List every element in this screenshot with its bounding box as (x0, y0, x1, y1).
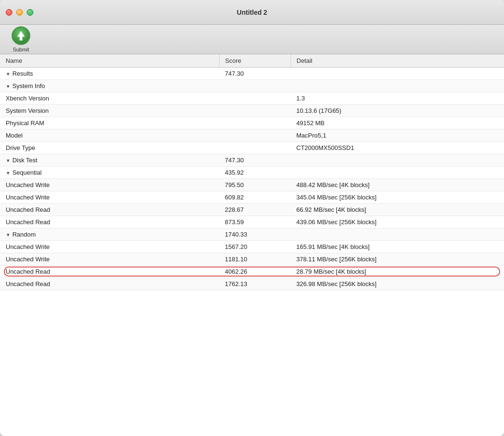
row-name: Uncached Write (0, 179, 219, 191)
row-name: ▼System Info (0, 80, 219, 92)
col-header-name: Name (0, 54, 219, 68)
row-name: System Version (0, 105, 219, 117)
row-detail (291, 228, 504, 241)
row-detail: 378.11 MB/sec [256K blocks] (291, 253, 504, 266)
row-detail: 345.04 MB/sec [256K blocks] (291, 191, 504, 204)
row-score: 747.30 (219, 68, 291, 80)
col-header-score: Score (219, 54, 291, 68)
row-score: 747.30 (219, 154, 291, 167)
row-score (219, 80, 291, 92)
row-detail: 165.91 MB/sec [4K blocks] (291, 241, 504, 253)
row-name: Uncached Read (0, 216, 219, 228)
window-title: Untitled 2 (237, 9, 267, 16)
row-score (219, 117, 291, 129)
expand-triangle[interactable]: ▼ (6, 170, 10, 176)
row-name: Uncached Read (0, 204, 219, 216)
table-row: Uncached Write1567.20165.91 MB/sec [4K b… (0, 241, 504, 253)
table-row: System Version10.13.6 (17G65) (0, 105, 504, 117)
row-name: Uncached Write (0, 241, 219, 253)
row-name: Uncached Read (0, 266, 219, 278)
row-detail: 28.79 MB/sec [4K blocks] (291, 266, 504, 278)
row-score: 1181.10 (219, 253, 291, 266)
expand-triangle[interactable]: ▼ (6, 84, 10, 89)
row-name: ▼Results (0, 68, 219, 80)
col-header-detail: Detail (291, 54, 504, 68)
row-score: 609.82 (219, 191, 291, 204)
row-name: Uncached Read (0, 278, 219, 290)
table-row: ▼Results747.30 (0, 68, 504, 80)
traffic-lights (6, 9, 33, 16)
expand-triangle[interactable]: ▼ (6, 71, 10, 77)
row-name: ▼Sequential (0, 167, 219, 179)
table-row: Uncached Write795.50488.42 MB/sec [4K bl… (0, 179, 504, 191)
table-row: Physical RAM49152 MB (0, 117, 504, 129)
table-row: ▼System Info (0, 80, 504, 92)
row-detail: 488.42 MB/sec [4K blocks] (291, 179, 504, 191)
row-detail: 10.13.6 (17G65) (291, 105, 504, 117)
maximize-button[interactable] (27, 9, 33, 16)
table-row: Drive TypeCT2000MX500SSD1 (0, 142, 504, 154)
row-score: 795.50 (219, 179, 291, 191)
row-score: 228.67 (219, 204, 291, 216)
row-score (219, 142, 291, 154)
close-button[interactable] (6, 9, 12, 16)
row-detail: MacPro5,1 (291, 129, 504, 142)
row-detail: 326.98 MB/sec [256K blocks] (291, 278, 504, 290)
submit-label: Submit (13, 47, 29, 52)
row-name: Xbench Version (0, 92, 219, 105)
table-row: Uncached Read873.59439.06 MB/sec [256K b… (0, 216, 504, 228)
content-area: Name Score Detail ▼Results747.30▼System … (0, 54, 504, 436)
minimize-button[interactable] (16, 9, 23, 16)
title-bar: Untitled 2 (0, 0, 504, 25)
row-score: 1740.33 (219, 228, 291, 241)
table-row: Uncached Read4062.2628.79 MB/sec [4K blo… (0, 266, 504, 278)
row-name: Drive Type (0, 142, 219, 154)
table-row: Uncached Read1762.13326.98 MB/sec [256K … (0, 278, 504, 290)
row-score: 1762.13 (219, 278, 291, 290)
row-detail: 1.3 (291, 92, 504, 105)
expand-triangle[interactable]: ▼ (6, 232, 10, 238)
table-row: ▼Random1740.33 (0, 228, 504, 241)
table-header-row: Name Score Detail (0, 54, 504, 68)
row-name: Model (0, 129, 219, 142)
row-name: Uncached Write (0, 191, 219, 204)
results-table: Name Score Detail ▼Results747.30▼System … (0, 54, 504, 290)
row-detail (291, 68, 504, 80)
row-detail: 439.06 MB/sec [256K blocks] (291, 216, 504, 228)
submit-icon (11, 26, 30, 45)
row-detail (291, 167, 504, 179)
row-detail: CT2000MX500SSD1 (291, 142, 504, 154)
table-row: Uncached Write609.82345.04 MB/sec [256K … (0, 191, 504, 204)
table-row: Uncached Read228.6766.92 MB/sec [4K bloc… (0, 204, 504, 216)
row-detail: 66.92 MB/sec [4K blocks] (291, 204, 504, 216)
table-row: Uncached Write1181.10378.11 MB/sec [256K… (0, 253, 504, 266)
row-name: ▼Random (0, 228, 219, 241)
row-score (219, 105, 291, 117)
submit-button[interactable]: Submit (8, 24, 34, 54)
table-row: Xbench Version1.3 (0, 92, 504, 105)
table-row: ▼Sequential435.92 (0, 167, 504, 179)
row-name: ▼Disk Test (0, 154, 219, 167)
row-name: Uncached Write (0, 253, 219, 266)
row-detail (291, 154, 504, 167)
row-score: 435.92 (219, 167, 291, 179)
main-window: Untitled 2 Submit (0, 0, 504, 436)
toolbar: Submit (0, 25, 504, 54)
row-score (219, 129, 291, 142)
row-name: Physical RAM (0, 117, 219, 129)
row-detail: 49152 MB (291, 117, 504, 129)
table-row: ModelMacPro5,1 (0, 129, 504, 142)
row-score: 4062.26 (219, 266, 291, 278)
row-score (219, 92, 291, 105)
expand-triangle[interactable]: ▼ (6, 158, 10, 163)
row-detail (291, 80, 504, 92)
row-score: 873.59 (219, 216, 291, 228)
table-row: ▼Disk Test747.30 (0, 154, 504, 167)
row-score: 1567.20 (219, 241, 291, 253)
